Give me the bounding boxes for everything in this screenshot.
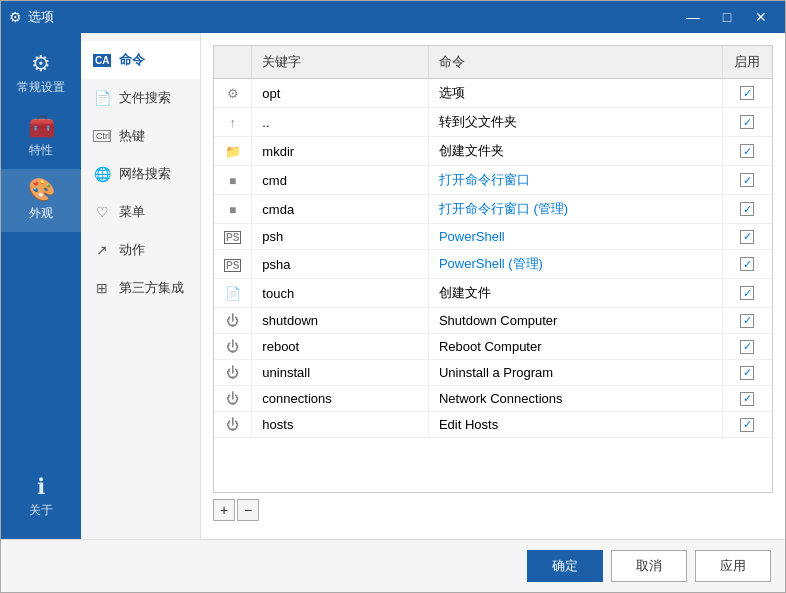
enabled-cell[interactable]: ✓ [722,79,772,108]
checkbox[interactable]: ✓ [740,230,754,244]
keyword-cell: shutdown [252,308,429,334]
commands-icon: CA [93,54,111,67]
checkbox[interactable]: ✓ [740,115,754,129]
nav-label-actions: 动作 [119,241,145,259]
checkbox[interactable]: ✓ [740,418,754,432]
table-row[interactable]: ■cmda打开命令行窗口 (管理)✓ [214,195,772,224]
nav-item-third-party[interactable]: ⊞ 第三方集成 [81,269,200,307]
checkbox[interactable]: ✓ [740,86,754,100]
row-icon-cell: ⏻ [214,308,252,334]
sidebar-item-appearance[interactable]: 🎨 外观 [1,169,81,232]
command-cell: 创建文件 [428,279,722,308]
window-title: 选项 [28,8,54,26]
nav-label-commands: 命令 [119,51,145,69]
row-icon-cell: PS [214,250,252,279]
col-icon [214,46,252,79]
table-row[interactable]: ⏻shutdownShutdown Computer✓ [214,308,772,334]
keyword-cell: touch [252,279,429,308]
checkbox[interactable]: ✓ [740,392,754,406]
row-icon-cell: ■ [214,166,252,195]
sidebar: ⚙ 常规设置 🧰 特性 🎨 外观 ℹ 关于 [1,33,81,539]
enabled-cell[interactable]: ✓ [722,360,772,386]
table-row[interactable]: ⏻connectionsNetwork Connections✓ [214,386,772,412]
sidebar-item-general[interactable]: ⚙ 常规设置 [1,43,81,106]
col-enabled-header: 启用 [722,46,772,79]
titlebar-controls: — □ ✕ [677,5,777,29]
nav-item-file-search[interactable]: 📄 文件搜索 [81,79,200,117]
keyword-cell: cmd [252,166,429,195]
table-row[interactable]: 📄touch创建文件✓ [214,279,772,308]
remove-button[interactable]: − [237,499,259,521]
checkbox[interactable]: ✓ [740,366,754,380]
command-cell: PowerShell [428,224,722,250]
enabled-cell[interactable]: ✓ [722,137,772,166]
keyword-cell: connections [252,386,429,412]
checkbox[interactable]: ✓ [740,173,754,187]
row-icon-cell: ■ [214,195,252,224]
enabled-cell[interactable]: ✓ [722,166,772,195]
sidebar-label-appearance: 外观 [29,205,53,222]
close-button[interactable]: ✕ [745,5,777,29]
enabled-cell[interactable]: ✓ [722,308,772,334]
info-icon: ℹ [37,476,45,498]
command-cell: 创建文件夹 [428,137,722,166]
nav-item-commands[interactable]: CA 命令 [81,41,200,79]
checkbox[interactable]: ✓ [740,286,754,300]
palette-icon: 🎨 [28,179,55,201]
globe-icon: 🌐 [93,166,111,182]
table-row[interactable]: ■cmd打开命令行窗口✓ [214,166,772,195]
gear-icon: ⚙ [31,53,51,75]
maximize-button[interactable]: □ [711,5,743,29]
table-row[interactable]: ↑..转到父文件夹✓ [214,108,772,137]
table-row[interactable]: PSpshPowerShell✓ [214,224,772,250]
nav-label-menu: 菜单 [119,203,145,221]
table-row[interactable]: 📁mkdir创建文件夹✓ [214,137,772,166]
row-icon-cell: ⏻ [214,386,252,412]
add-button[interactable]: + [213,499,235,521]
table-footer: + − [213,493,773,527]
checkbox[interactable]: ✓ [740,257,754,271]
action-icon: ↗ [93,242,111,258]
enabled-cell[interactable]: ✓ [722,250,772,279]
table-row[interactable]: ⏻rebootReboot Computer✓ [214,334,772,360]
enabled-cell[interactable]: ✓ [722,279,772,308]
minimize-button[interactable]: — [677,5,709,29]
enabled-cell[interactable]: ✓ [722,334,772,360]
nav-item-hotkeys[interactable]: Ctrl 热键 [81,117,200,155]
sidebar-item-about[interactable]: ℹ 关于 [1,466,81,529]
nav-item-actions[interactable]: ↗ 动作 [81,231,200,269]
checkbox[interactable]: ✓ [740,144,754,158]
row-icon-cell: ⚙ [214,79,252,108]
enabled-cell[interactable]: ✓ [722,108,772,137]
sidebar-item-features[interactable]: 🧰 特性 [1,106,81,169]
bottom-bar: 确定 取消 应用 [1,539,785,592]
enabled-cell[interactable]: ✓ [722,412,772,438]
commands-table: 关键字 命令 启用 ⚙opt选项✓↑..转到父文件夹✓📁mkdir创建文件夹✓■… [214,46,772,438]
row-icon-cell: ⏻ [214,334,252,360]
checkbox[interactable]: ✓ [740,340,754,354]
apply-button[interactable]: 应用 [695,550,771,582]
keyword-cell: psha [252,250,429,279]
briefcase-icon: 🧰 [28,116,55,138]
col-keyword-header: 关键字 [252,46,429,79]
enabled-cell[interactable]: ✓ [722,224,772,250]
command-cell: Network Connections [428,386,722,412]
table-row[interactable]: PSpshaPowerShell (管理)✓ [214,250,772,279]
cancel-button[interactable]: 取消 [611,550,687,582]
checkbox[interactable]: ✓ [740,314,754,328]
sidebar-bottom: ℹ 关于 [1,466,81,529]
checkbox[interactable]: ✓ [740,202,754,216]
table-row[interactable]: ⚙opt选项✓ [214,79,772,108]
enabled-cell[interactable]: ✓ [722,195,772,224]
nav-item-web-search[interactable]: 🌐 网络搜索 [81,155,200,193]
confirm-button[interactable]: 确定 [527,550,603,582]
nav-item-menu[interactable]: ♡ 菜单 [81,193,200,231]
col-command-header: 命令 [428,46,722,79]
table-row[interactable]: ⏻hostsEdit Hosts✓ [214,412,772,438]
keyword-cell: opt [252,79,429,108]
keyword-cell: reboot [252,334,429,360]
enabled-cell[interactable]: ✓ [722,386,772,412]
row-icon-cell: PS [214,224,252,250]
table-row[interactable]: ⏻uninstallUninstall a Program✓ [214,360,772,386]
nav-panel: CA 命令 📄 文件搜索 Ctrl 热键 🌐 网络搜索 ♡ 菜单 ↗ 动作 [81,33,201,539]
